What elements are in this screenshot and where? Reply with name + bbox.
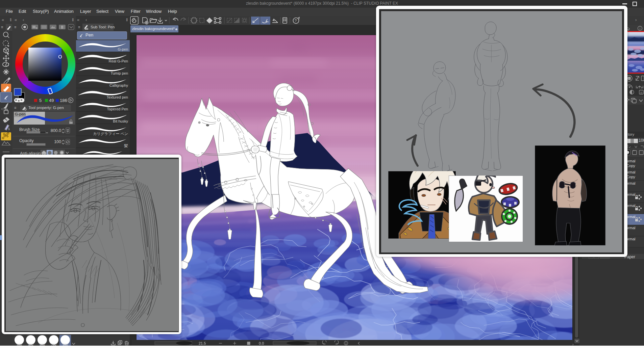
svg-text:?: ?	[295, 19, 297, 23]
svg-text:21.5: 21.5	[199, 341, 206, 345]
svg-text:1: 1	[8, 127, 10, 131]
svg-text:0.0: 0.0	[259, 341, 264, 345]
